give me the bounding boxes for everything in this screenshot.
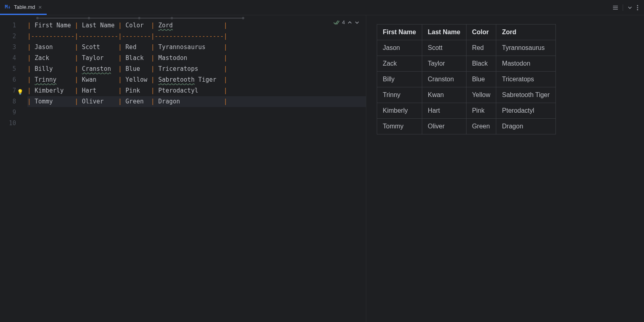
options-icon[interactable]: [612, 4, 619, 11]
close-icon[interactable]: ×: [38, 4, 42, 10]
code-line[interactable]: | First Name | Last Name | Color | Zord …: [27, 20, 366, 31]
table-row: ZackTaylorBlackMastodon: [377, 56, 556, 72]
editor-toolbar: [607, 0, 644, 15]
table-cell: Hart: [422, 103, 466, 119]
line-number: 8: [0, 96, 16, 107]
editor-pane[interactable]: 4 1234567💡8910 | First Name | Last Name …: [0, 15, 366, 322]
table-cell: Kwan: [422, 87, 466, 103]
table-row: JasonScottRedTyrannosaurus: [377, 40, 556, 56]
code-line[interactable]: [27, 107, 366, 118]
tab-label: Table.md: [14, 4, 35, 10]
table-cell: Scott: [422, 40, 466, 56]
table-cell: Yellow: [466, 87, 496, 103]
table-cell: Mastodon: [496, 56, 555, 72]
line-number: 1: [0, 20, 16, 31]
gutter: 1234567💡8910: [0, 20, 23, 322]
table-cell: Tyrannosaurus: [496, 40, 555, 56]
table-cell: Billy: [377, 72, 422, 87]
code-line[interactable]: | Billy | Cranston | Blue | Triceratops …: [27, 64, 366, 74]
lightbulb-icon[interactable]: 💡: [17, 87, 23, 97]
table-cell: Red: [466, 40, 496, 56]
table-cell: Jason: [377, 40, 422, 56]
code-line[interactable]: | Tommy | Oliver | Green | Dragon |: [27, 96, 366, 107]
table-row: KimberlyHartPinkPterodactyl: [377, 103, 556, 119]
table-cell: Taylor: [422, 56, 466, 72]
table-cell: Sabretooth Tiger: [496, 87, 555, 103]
table-row: TommyOliverGreenDragon: [377, 119, 556, 134]
table-header: Color: [466, 25, 496, 40]
svg-point-3: [637, 5, 638, 6]
line-number: 9: [0, 107, 16, 118]
line-number: 7💡: [0, 85, 16, 96]
line-number: 4: [0, 53, 16, 64]
tab-table-md[interactable]: M↓ Table.md ×: [0, 0, 47, 15]
table-row: TrinnyKwanYellowSabretooth Tiger: [377, 87, 556, 103]
code-line[interactable]: | Trinny | Kwan | Yellow | Sabretooth Ti…: [27, 74, 366, 85]
code-line[interactable]: |------------|-----------|--------|-----…: [27, 31, 366, 42]
table-cell: Trinny: [377, 87, 422, 103]
table-row: BillyCranstonBlueTriceratops: [377, 72, 556, 87]
table-cell: Triceratops: [496, 72, 555, 87]
table-cell: Cranston: [422, 72, 466, 87]
svg-point-5: [637, 9, 638, 10]
code-line[interactable]: | Jason | Scott | Red | Tyrannosaurus |: [27, 42, 366, 53]
tab-bar: M↓ Table.md ×: [0, 0, 644, 15]
line-number: 2: [0, 31, 16, 42]
more-icon[interactable]: [637, 4, 638, 11]
svg-point-4: [637, 7, 638, 8]
table-cell: Zack: [377, 56, 422, 72]
table-cell: Black: [466, 56, 496, 72]
table-cell: Kimberly: [377, 103, 422, 119]
line-number: 3: [0, 42, 16, 53]
preview-table: First NameLast NameColorZord JasonScottR…: [377, 24, 556, 134]
code-line[interactable]: | Kimberly | Hart | Pink | Pterodactyl |: [27, 85, 366, 96]
table-cell: Green: [466, 119, 496, 134]
code-content[interactable]: | First Name | Last Name | Color | Zord …: [23, 20, 366, 322]
table-cell: Dragon: [496, 119, 555, 134]
code-line[interactable]: [27, 118, 366, 129]
table-header: First Name: [377, 25, 422, 40]
code-line[interactable]: | Zack | Taylor | Black | Mastodon |: [27, 53, 366, 64]
preview-pane: First NameLast NameColorZord JasonScottR…: [366, 15, 644, 322]
separator: [623, 4, 623, 11]
line-number: 10: [0, 118, 16, 129]
ruler: [27, 15, 366, 20]
table-cell: Tommy: [377, 119, 422, 134]
code-editor[interactable]: 1234567💡8910 | First Name | Last Name | …: [0, 20, 366, 322]
markdown-icon: M↓: [5, 4, 10, 10]
table-header: Last Name: [422, 25, 466, 40]
table-cell: Pterodactyl: [496, 103, 555, 119]
line-number: 6: [0, 74, 16, 85]
line-number: 5: [0, 64, 16, 74]
table-cell: Blue: [466, 72, 496, 87]
chevron-down-icon[interactable]: [627, 5, 633, 10]
table-cell: Pink: [466, 103, 496, 119]
table-cell: Oliver: [422, 119, 466, 134]
table-header: Zord: [496, 25, 555, 40]
